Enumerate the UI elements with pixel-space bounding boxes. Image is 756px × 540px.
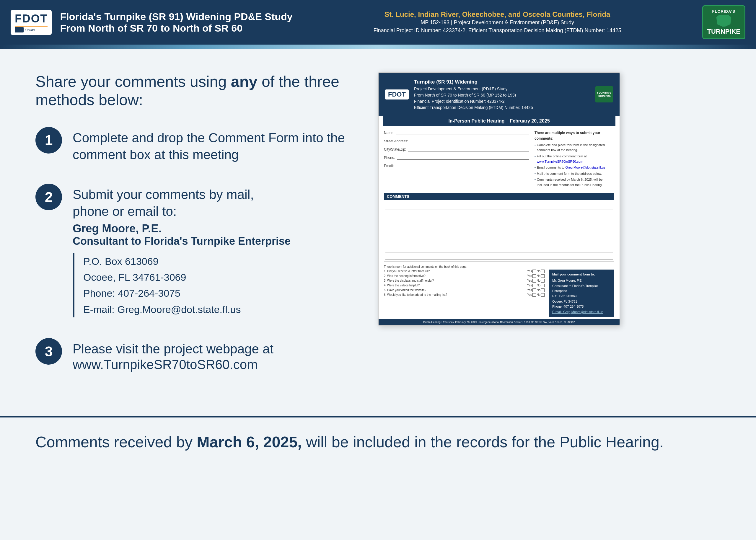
address-line-3: Phone: 407-264-3075 <box>83 285 291 301</box>
form-checkbox-4n[interactable] <box>541 284 544 287</box>
method-1-content: Complete and drop the Comment Form into … <box>73 127 360 163</box>
method-2-text-line1: Submit your comments by mail, <box>73 186 291 203</box>
form-checkbox-5y[interactable] <box>532 288 536 292</box>
badge-turnpike: TURNPIKE <box>707 28 740 36</box>
form-question-3: 3. Were the displays and staff helpful? … <box>384 279 544 283</box>
form-comment-line-2 <box>385 210 613 217</box>
form-field-email: Email: <box>384 163 529 168</box>
method-2-title: Consultant to Florida's Turnpike Enterpr… <box>73 235 291 247</box>
form-mail-phone: Phone: 407-264-3075 <box>552 304 611 310</box>
form-date-bar: In-Person Public Hearing – February 20, … <box>383 116 615 126</box>
left-column: Share your comments using any of the thr… <box>36 72 360 393</box>
right-column: FDOT Turnpike (SR 91) Widening Project D… <box>378 72 620 326</box>
form-instr-text-4: Mail this comment form to the address be… <box>537 171 602 177</box>
intro-heading: Share your comments using any of the thr… <box>36 72 360 109</box>
form-instr-title: There are multiple ways to submit your c… <box>534 130 614 141</box>
form-mail-title2: Consultant to Florida's Turnpike Enterpr… <box>552 283 611 294</box>
method-3: 3 Please visit the project webpage at ww… <box>36 338 360 372</box>
form-field-name: Name: <box>384 130 529 135</box>
form-underline-name <box>396 130 529 135</box>
form-question-text-3: 3. Were the displays and staff helpful? <box>384 279 526 282</box>
form-comment-line-8 <box>385 253 613 259</box>
fdot-logo-text: FDOT <box>15 12 48 25</box>
form-comments-label: COMMENTS <box>384 193 614 200</box>
form-comment-line-4 <box>385 225 613 231</box>
intro-bold: any <box>231 73 257 90</box>
form-header-text: Turnpike (SR 91) Widening Project Develo… <box>414 78 590 111</box>
intro-text-part1: Share your comments using <box>36 73 231 90</box>
form-question-2: 2. Was the hearing informative? Yes No <box>384 274 544 278</box>
form-question-text-2: 2. Was the hearing informative? <box>384 274 526 278</box>
form-checkbox-1n[interactable] <box>541 270 544 273</box>
address-line-1: P.O. Box 613069 <box>83 253 291 269</box>
form-field-street: Street Address: <box>384 138 529 143</box>
method-1-text: Complete and drop the Comment Form into … <box>73 129 360 163</box>
form-instr-item-5: • Comments received by March 6, 2025, wi… <box>534 177 614 188</box>
bottom-text-part1: Comments received by <box>36 433 197 451</box>
address-line-2: Ocoee, FL 34761-3069 <box>83 269 291 285</box>
form-checkbox-2n[interactable] <box>541 274 544 278</box>
form-instructions: There are multiple ways to submit your c… <box>534 130 614 189</box>
form-underline-email <box>395 163 529 168</box>
form-instr-item-2: • Fill out the online comment form at ww… <box>534 154 614 164</box>
form-mail-city: Ocoee, FL 34761 <box>552 299 611 304</box>
form-checkbox-3n[interactable] <box>541 279 544 283</box>
form-fields-section: Name: Street Address: City/State/Zip: <box>384 130 529 189</box>
bottom-text-part2: will be included in the records for the … <box>302 433 664 451</box>
form-fdot-logo: FDOT <box>385 89 409 99</box>
form-label-city: City/State/Zip: <box>384 147 406 152</box>
form-question-text-1: 1. Did you receive a letter from us? <box>384 270 526 273</box>
bottom-bold: March 6, 2025, <box>197 433 302 451</box>
form-mail-address: P.O. Box 613069 <box>552 294 611 299</box>
form-checkbox-3y[interactable] <box>532 279 536 283</box>
form-comments-area <box>384 202 614 262</box>
address-block: P.O. Box 613069 Ocoee, FL 34761-3069 Pho… <box>73 253 291 318</box>
form-checkbox-1y[interactable] <box>532 270 536 273</box>
form-checkbox-4y[interactable] <box>532 284 536 287</box>
form-checkbox-6n[interactable] <box>541 293 544 297</box>
gradient-divider <box>0 45 756 49</box>
form-question-5: 5. Have you visited the website? Yes No <box>384 288 544 292</box>
form-checkbox-5n[interactable] <box>541 288 544 292</box>
form-field-city: City/State/Zip: <box>384 147 529 152</box>
header-title-line1: Florida's Turnpike (SR 91) Widening PD&E… <box>60 11 292 22</box>
method-3-number: 3 <box>36 338 62 365</box>
form-question-text-5: 5. Have you visited the website? <box>384 288 526 292</box>
form-instr-link-2: Greg.Moore@dot.state.fl.us <box>565 166 605 169</box>
form-additional-note: There is room for additional comments on… <box>378 265 620 268</box>
form-header: FDOT Turnpike (SR 91) Widening Project D… <box>378 73 620 116</box>
header-title: Florida's Turnpike (SR 91) Widening PD&E… <box>60 11 292 34</box>
form-instr-item-3: • Email comments to Greg.Moore@dot.state… <box>534 165 614 170</box>
header-counties: St. Lucie, Indian River, Okeechobee, and… <box>304 10 690 19</box>
method-2-number: 2 <box>36 184 62 210</box>
method-3-content: Please visit the project webpage at www.… <box>73 338 273 372</box>
form-comment-line-1 <box>385 203 613 210</box>
form-underline-phone <box>397 155 529 160</box>
badge-florida: FLORIDA'S <box>707 9 740 14</box>
method-2-name: Greg Moore, P.E. <box>73 222 291 235</box>
form-label-name: Name: <box>384 131 394 135</box>
form-header-line4: Financial Project Identification Number:… <box>414 98 590 104</box>
form-underline-street <box>410 138 529 143</box>
form-footer: Public Hearing • Thursday, February 20, … <box>378 319 620 325</box>
main-content: Share your comments using any of the thr… <box>0 49 756 410</box>
form-mail-to: Mail your comment form to: Mr. Greg Moor… <box>549 270 614 317</box>
form-comment-line-5 <box>385 232 613 238</box>
address-line-4: E-mail: Greg.Moore@dot.state.fl.us <box>83 302 291 318</box>
form-label-email: Email: <box>384 164 394 168</box>
bottom-heading: Comments received by March 6, 2025, will… <box>36 432 720 452</box>
form-header-line5: Efficient Transportation Decision Making… <box>414 104 590 111</box>
form-instr-item-4: • Mail this comment form to the address … <box>534 171 614 177</box>
form-instr-text-1: Complete and place this form in the desi… <box>537 143 614 153</box>
form-checkbox-6y[interactable] <box>532 293 536 297</box>
form-checkbox-2y[interactable] <box>532 274 536 278</box>
form-question-1: 1. Did you receive a letter from us? Yes… <box>384 270 544 273</box>
fdot-logo: FDOT Florida <box>11 10 52 35</box>
form-green-badge: FLORIDA'STURNPIKE <box>595 86 613 102</box>
method-2-content: Submit your comments by mail, phone or e… <box>73 184 291 318</box>
form-questions: 1. Did you receive a letter from us? Yes… <box>384 270 544 317</box>
form-preview: FDOT Turnpike (SR 91) Widening Project D… <box>378 72 620 326</box>
form-instr-link-1: www.TurnpikeSR70toSR60.com <box>537 160 583 163</box>
method-1-number: 1 <box>36 127 62 154</box>
bottom-section: Comments received by March 6, 2025, will… <box>0 416 756 476</box>
